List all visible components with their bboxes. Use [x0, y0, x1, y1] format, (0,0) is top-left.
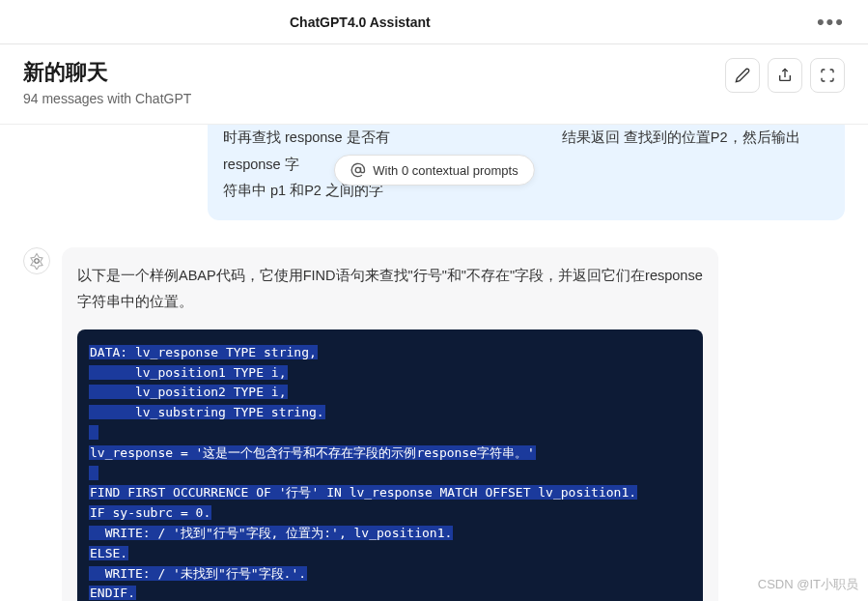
svg-point-0 — [35, 258, 40, 263]
code-line: ELSE. — [89, 546, 128, 560]
code-line: lv_response = '这是一个包含行号和不存在字段的示例response… — [89, 445, 536, 460]
code-line — [89, 466, 98, 480]
chat-content: 时再查找 response 是否有 结果返回 查找到的位置P2，然后输出 res… — [0, 125, 868, 601]
watermark: CSDN @IT小职员 — [758, 576, 858, 593]
code-line — [89, 425, 98, 440]
top-bar: ChatGPT4.0 Assistant ••• — [0, 0, 868, 44]
expand-button[interactable] — [810, 58, 845, 93]
code-line: lv_position2 TYPE i, — [89, 385, 288, 399]
expand-icon — [820, 68, 835, 83]
at-icon — [350, 162, 365, 178]
header-left: 新的聊天 94 messages with ChatGPT — [23, 58, 191, 106]
contextual-prompts-pill[interactable]: With 0 contextual prompts — [333, 155, 534, 186]
share-button[interactable] — [768, 58, 802, 93]
code-line: DATA: lv_response TYPE string, — [89, 345, 318, 359]
code-line: ENDIF. — [89, 586, 136, 600]
code-line: lv_substring TYPE string. — [89, 405, 325, 419]
assistant-message-bubble: 以下是一个样例ABAP代码，它使用FIND语句来查找"行号"和"不存在"字段，并… — [62, 247, 718, 601]
share-icon — [777, 68, 793, 83]
edit-button[interactable] — [725, 58, 760, 93]
svg-point-1 — [355, 167, 360, 172]
code-block[interactable]: DATA: lv_response TYPE string, lv_positi… — [77, 329, 703, 601]
app-title: ChatGPT4.0 Assistant — [290, 14, 431, 30]
pencil-icon — [735, 68, 750, 83]
code-line: lv_position1 TYPE i, — [89, 365, 288, 380]
more-menu-icon[interactable]: ••• — [817, 10, 845, 35]
code-line: WRITE: / '找到"行号"字段, 位置为:', lv_position1. — [89, 526, 453, 540]
code-line: WRITE: / '未找到"行号"字段.'. — [89, 566, 307, 581]
page-header: 新的聊天 94 messages with ChatGPT — [0, 44, 868, 125]
assistant-intro-text: 以下是一个样例ABAP代码，它使用FIND语句来查找"行号"和"不存在"字段，并… — [77, 263, 703, 316]
assistant-message-row: 以下是一个样例ABAP代码，它使用FIND语句来查找"行号"和"不存在"字段，并… — [23, 247, 845, 601]
openai-icon — [28, 252, 45, 270]
assistant-avatar — [23, 247, 50, 274]
code-line: IF sy-subrc = 0. — [89, 505, 211, 520]
header-actions — [725, 58, 845, 93]
chat-title: 新的聊天 — [23, 58, 191, 87]
code-line: FIND FIRST OCCURRENCE OF '行号' IN lv_resp… — [89, 485, 637, 500]
user-text-fragment: 时再查找 response 是否有 — [223, 129, 390, 145]
contextual-prompts-label: With 0 contextual prompts — [373, 163, 518, 178]
chat-subtitle: 94 messages with ChatGPT — [23, 91, 191, 106]
